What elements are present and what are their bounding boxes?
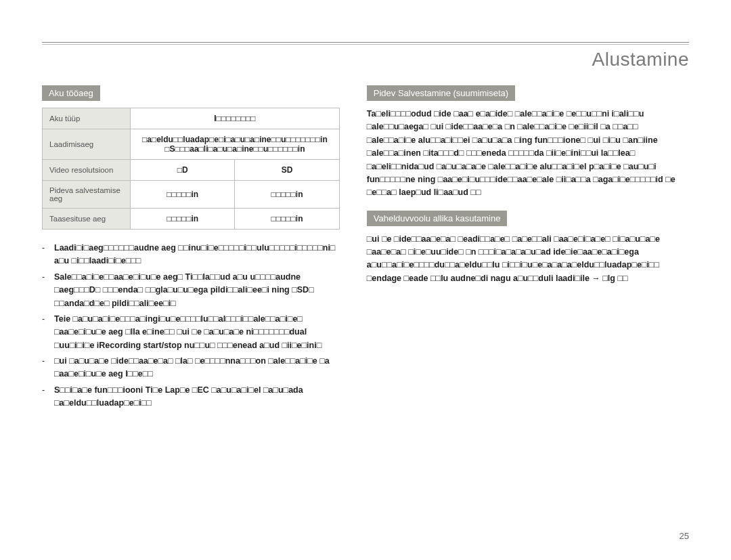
spec-table: Aku tüüp I□□□□□□□□ Laadimisaeg □a□eldu□□… — [42, 108, 340, 230]
left-column: Aku tööaeg Aku tüüp I□□□□□□□□ Laadimisae… — [42, 85, 340, 413]
cell-rec-1: □□□□□in — [131, 181, 235, 209]
bullet-1: Sale□□a□i□e□□aa□e□i□u□e aeg□ Ti□□la□□ud … — [54, 271, 340, 310]
page-number: 25 — [680, 531, 689, 541]
section2-text: □ui □e □ide□□aa□e□a□ □eadi□□a□e□ □a□e□□a… — [367, 233, 689, 286]
bullet-3: □ui □a□u□a□e □ide□□aa□e□a□ □la□ □e□□□□nn… — [54, 355, 340, 381]
bullet-2: Teie □a□u□a□i□e□□□a□ingi□u□e□□□□lu□□al□□… — [54, 313, 340, 352]
section-label-continuous: Pidev Salvestamine (suumimiseta) — [367, 85, 515, 101]
cell-play-2: □□□□□in — [235, 209, 339, 230]
row-head-rec: Pideva salvestamise aeg — [43, 181, 131, 209]
section-label-ac: Vahelduvvoolu allika kasutamine — [367, 211, 508, 226]
bullet-0: Laadi□i□aeg□□□□□□audne aeg □□inu□i□e□□□□… — [54, 242, 340, 268]
cell-charge: □a□eldu□□luadap□e□i□a□u□a□ine□□u□□□□□□□i… — [131, 129, 340, 160]
cell-res-1: □D — [131, 160, 235, 181]
section1-text: Ta□eli□□□□odud □ide □aa□ e□a□ide□ □ale□□… — [367, 108, 689, 200]
cell-rec-2: □□□□□in — [235, 181, 339, 209]
row-head-type: Aku tüüp — [43, 108, 131, 129]
section-label-aku: Aku tööaeg — [42, 85, 100, 101]
row-head-play: Taasesituse aeg — [43, 209, 131, 230]
bullet-4: S□□i□a□e fun□□□iooni Ti□e Lap□e □EC □a□u… — [54, 384, 340, 410]
right-column: Pidev Salvestamine (suumimiseta) Ta□eli□… — [367, 85, 689, 413]
cell-type: I□□□□□□□□ — [131, 108, 340, 129]
row-head-charge: Laadimisaeg — [43, 129, 131, 160]
page-title: Alustamine — [42, 45, 689, 70]
cell-res-2: SD — [235, 160, 339, 181]
cell-play-1: □□□□□in — [131, 209, 235, 230]
row-head-res: Video resolutsioon — [43, 160, 131, 181]
left-bullets: -Laadi□i□aeg□□□□□□audne aeg □□inu□i□e□□□… — [42, 242, 340, 410]
